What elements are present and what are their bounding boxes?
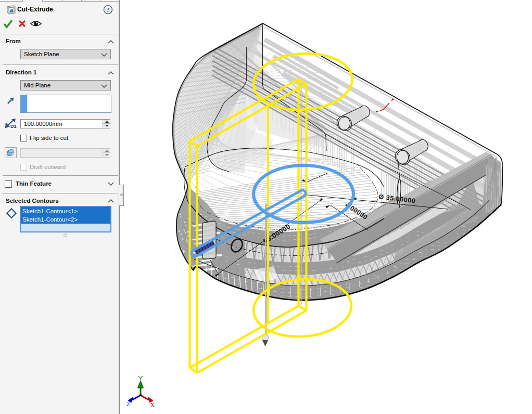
- svg-text:X: X: [150, 402, 155, 408]
- svg-text:Z: Z: [126, 401, 130, 407]
- svg-text:D1: D1: [10, 124, 17, 128]
- svg-text:?: ?: [106, 6, 110, 14]
